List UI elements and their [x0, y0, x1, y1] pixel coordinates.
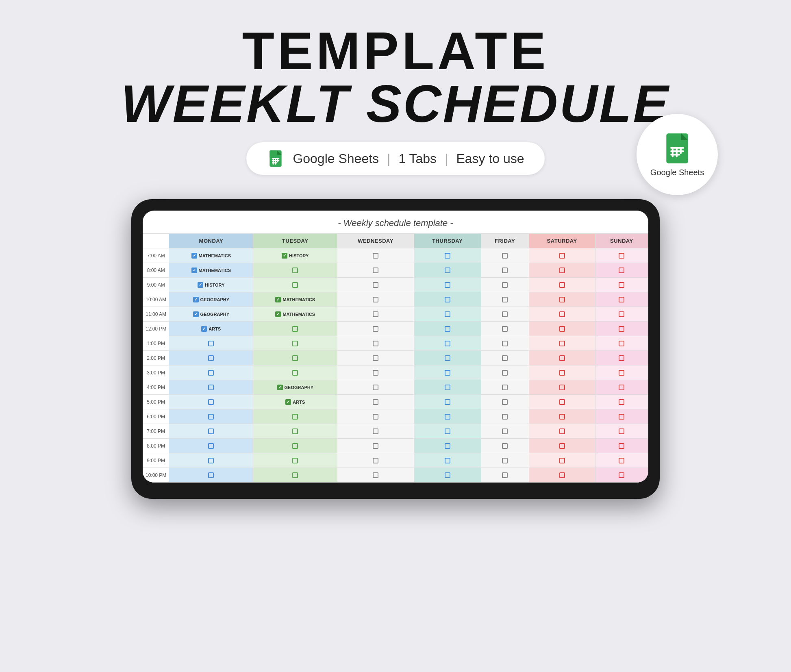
table-row: 7:00 PM — [143, 424, 648, 439]
cell-monday: MATHEMATICS — [169, 263, 253, 278]
cell-saturday — [529, 365, 595, 380]
checkbox — [373, 297, 378, 302]
checkbox — [502, 428, 508, 434]
checkbox — [282, 253, 287, 259]
table-row: 2:00 PM — [143, 351, 648, 365]
cell-wednesday — [337, 248, 414, 263]
checkbox — [292, 326, 298, 332]
checkbox — [445, 253, 450, 259]
cell-thursday — [414, 395, 481, 409]
cell-friday — [481, 278, 529, 292]
table-row: 10:00 AM GEOGRAPHY MATHEMATICS — [143, 292, 648, 307]
checkbox — [445, 458, 450, 463]
svg-rect-6 — [273, 159, 274, 165]
checkbox — [373, 267, 378, 273]
checkbox — [445, 472, 450, 478]
checkbox — [292, 267, 298, 273]
title-line1: TEMPLATE — [121, 24, 670, 77]
cell-tuesday: HISTORY — [253, 248, 337, 263]
cell-sunday — [595, 365, 648, 380]
cell-wednesday — [337, 365, 414, 380]
cell-saturday — [529, 424, 595, 439]
checkbox — [502, 370, 508, 376]
checkbox — [277, 385, 283, 390]
checkbox — [619, 399, 624, 405]
checkbox — [619, 297, 624, 302]
checkbox — [292, 341, 298, 346]
cell-monday — [169, 409, 253, 424]
cell-monday: GEOGRAPHY — [169, 307, 253, 322]
cell-wednesday — [337, 468, 414, 483]
checkbox — [502, 458, 508, 463]
checkbox — [619, 341, 624, 346]
header-thursday: THURSDAY — [414, 234, 481, 248]
table-row: 8:00 AM MATHEMATICS — [143, 263, 648, 278]
checkbox — [373, 311, 378, 317]
time-cell: 1:00 PM — [143, 336, 169, 351]
cell-sunday — [595, 322, 648, 336]
cell-friday — [481, 380, 529, 395]
cell-saturday — [529, 322, 595, 336]
checkbox — [208, 443, 214, 449]
cell-thursday — [414, 380, 481, 395]
divider1: | — [387, 151, 390, 166]
svg-rect-16 — [680, 148, 682, 154]
cell-wednesday — [337, 453, 414, 468]
cell-monday: ARTS — [169, 322, 253, 336]
checkbox — [619, 370, 624, 376]
svg-rect-14 — [672, 148, 674, 157]
checkbox — [445, 355, 450, 361]
cell-tuesday: MATHEMATICS — [253, 292, 337, 307]
cell-thursday — [414, 263, 481, 278]
cell-monday — [169, 380, 253, 395]
checkbox — [373, 341, 378, 346]
circle-label: Google Sheets — [650, 168, 704, 177]
checkbox — [373, 253, 378, 259]
cell-sunday — [595, 292, 648, 307]
cell-monday — [169, 336, 253, 351]
cell-thursday — [414, 409, 481, 424]
header-saturday: SATURDAY — [529, 234, 595, 248]
cell-wednesday — [337, 322, 414, 336]
cell-wednesday — [337, 307, 414, 322]
time-cell: 3:00 PM — [143, 365, 169, 380]
checkbox — [559, 443, 565, 449]
time-cell: 12:00 PM — [143, 322, 169, 336]
checkbox — [559, 399, 565, 405]
checkbox — [373, 414, 378, 420]
cell-thursday — [414, 336, 481, 351]
checkbox — [292, 355, 298, 361]
table-row: 11:00 AM GEOGRAPHY MATHEMATICS — [143, 307, 648, 322]
cell-tuesday — [253, 468, 337, 483]
table-row: 12:00 PM ARTS — [143, 322, 648, 336]
cell-saturday — [529, 248, 595, 263]
time-cell: 10:00 PM — [143, 468, 169, 483]
checkbox — [208, 414, 214, 420]
checkbox — [292, 282, 298, 288]
cell-sunday — [595, 263, 648, 278]
cell-sunday — [595, 424, 648, 439]
cell-saturday — [529, 351, 595, 365]
time-header — [143, 234, 169, 248]
cell-monday: MATHEMATICS — [169, 248, 253, 263]
checkbox — [502, 267, 508, 273]
cell-monday — [169, 453, 253, 468]
cell-tuesday — [253, 365, 337, 380]
checkbox — [502, 341, 508, 346]
checkbox — [208, 341, 214, 346]
cell-wednesday — [337, 395, 414, 409]
svg-rect-7 — [275, 159, 276, 165]
checkbox — [275, 311, 281, 317]
table-row: 9:00 PM — [143, 453, 648, 468]
checkbox — [373, 472, 378, 478]
table-header-row: MONDAY TUESDAY WEDNESDAY THURSDAY FRIDAY… — [143, 234, 648, 248]
checkbox — [208, 370, 214, 376]
cell-saturday — [529, 292, 595, 307]
checkbox — [619, 282, 624, 288]
checkbox — [373, 385, 378, 390]
cell-friday — [481, 307, 529, 322]
checkbox — [208, 428, 214, 434]
checkbox — [292, 414, 298, 420]
checkbox — [445, 414, 450, 420]
cell-monday — [169, 468, 253, 483]
